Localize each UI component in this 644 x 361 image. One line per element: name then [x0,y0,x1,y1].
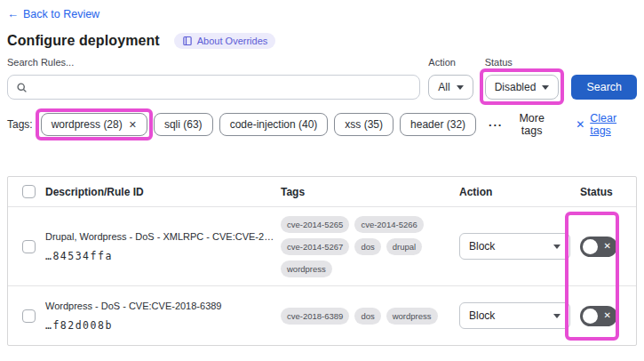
tag-filter-xss[interactable]: xss (35) [334,113,394,136]
rule-tag: cve-2018-6389 [281,308,349,325]
search-input[interactable] [7,75,420,100]
rule-tags-cell: cve-2018-6389 dos wordpress [274,308,452,325]
row-checkbox[interactable] [22,309,36,323]
toggle-off-icon: ✕ [604,311,611,320]
table-row: Drupal, Wordpress - DoS - XMLRPC - CVE:C… [8,207,636,286]
action-select-value: Block [469,309,495,322]
rule-tag: wordpress [386,308,438,325]
toggle-knob [583,309,598,324]
toggle-knob [583,239,598,254]
chevron-down-icon [542,85,549,90]
rule-tag: drupal [386,238,422,255]
clear-tags-label: Clear tags [590,112,637,137]
clear-tags-icon: ✕ [576,118,584,131]
search-button[interactable]: Search [571,75,637,100]
chevron-down-icon [553,245,561,249]
rule-description-cell: Drupal, Wordpress - DoS - XMLRPC - CVE:C… [45,231,274,262]
search-rules-label: Search Rules... [7,57,420,68]
back-to-review-link[interactable]: ← Back to Review [7,7,99,20]
remove-tag-icon[interactable]: ✕ [129,119,137,131]
configure-deployment-page: ← Back to Review Configure deployment Ab… [0,0,644,361]
column-header-action: Action [452,186,573,198]
rule-id: …f82d008b [45,319,274,332]
rule-tag: cve-2014-5265 [281,216,349,233]
tag-filter-header[interactable]: header (32) [400,113,476,136]
back-link-label: Back to Review [23,8,99,20]
search-box [7,75,420,100]
column-header-description: Description/Rule ID [45,186,274,198]
book-icon [182,36,193,46]
column-header-tags: Tags [274,186,452,198]
rule-tag: dos [354,238,380,255]
ellipsis-icon: ··· [489,118,503,132]
rule-description: Wordpress - DoS - CVE:CVE-2018-6389 [45,301,274,311]
rule-id: …84534ffa [45,250,274,262]
column-header-status: Status [573,186,636,198]
tag-filter-label: wordpress (28) [52,118,123,131]
back-arrow-icon: ← [7,7,19,20]
tag-filter-wordpress-selected[interactable]: wordpress (28) ✕ [41,113,147,136]
status-filter-label: Status [485,57,560,68]
row-checkbox[interactable] [22,240,36,253]
action-select-value: Block [469,240,495,253]
action-select[interactable]: Block [459,233,570,260]
rule-tags-cell: cve-2014-5265 cve-2014-5266 cve-2014-526… [274,216,452,277]
rules-table: Description/Rule ID Tags Action Status D… [7,176,637,346]
status-toggle[interactable]: ✕ [580,237,617,257]
select-all-checkbox[interactable] [22,185,36,198]
rule-tag: wordpress [281,261,332,277]
status-filter-dropdown[interactable]: Disabled [485,75,560,100]
action-filter-value: All [438,81,449,93]
tags-label: Tags: [7,118,33,131]
table-header-row: Description/Rule ID Tags Action Status [8,177,636,207]
action-select[interactable]: Block [459,302,570,329]
about-overrides-label: About Overrides [197,36,267,46]
status-toggle[interactable]: ✕ [580,306,617,326]
search-icon [16,81,28,97]
clear-tags-link[interactable]: ✕ Clear tags [576,112,637,137]
about-overrides-badge[interactable]: About Overrides [174,33,275,49]
toggle-off-icon: ✕ [604,242,611,251]
rule-description: Drupal, Wordpress - DoS - XMLRPC - CVE:C… [45,231,274,242]
table-row: Wordpress - DoS - CVE:CVE-2018-6389 …f82… [8,286,636,345]
rule-tag: cve-2014-5267 [281,238,349,255]
page-title: Configure deployment [7,33,160,49]
action-filter-dropdown[interactable]: All [428,75,473,100]
rule-tag: cve-2014-5266 [354,216,423,233]
action-filter-label: Action [428,57,473,68]
rule-tag: dos [354,308,380,325]
rule-description-cell: Wordpress - DoS - CVE:CVE-2018-6389 …f82… [45,301,274,332]
chevron-down-icon [457,85,464,90]
tag-filter-sqli[interactable]: sqli (63) [154,113,213,136]
tags-filter-bar: Tags: wordpress (28) ✕ sqli (63) code-in… [7,112,637,137]
more-tags-button[interactable]: ··· More tags [489,112,554,137]
filter-controls: Search Rules... Action All Status [7,57,637,100]
tag-filter-code-injection[interactable]: code-injection (40) [219,113,329,136]
chevron-down-icon [553,314,561,318]
status-filter-value: Disabled [495,81,537,93]
more-tags-label: More tags [509,112,554,137]
page-header: Configure deployment About Overrides [7,33,637,49]
